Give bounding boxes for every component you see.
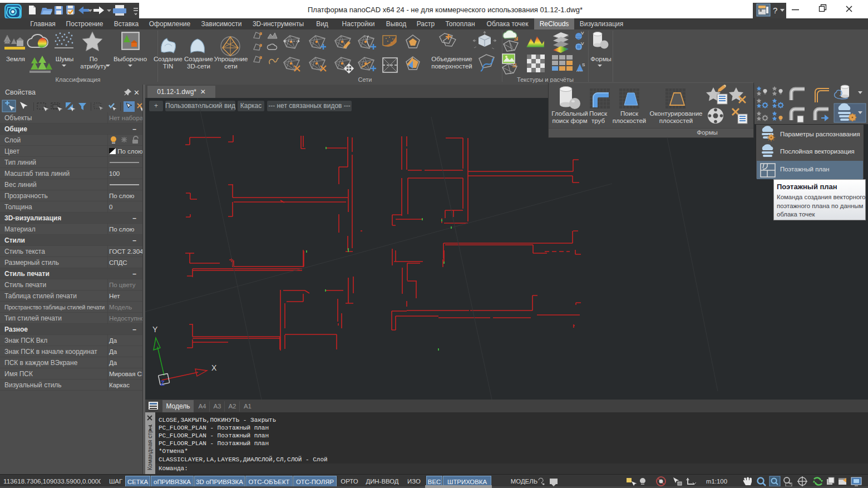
svg-text:V: V	[581, 41, 584, 46]
svg-text:V: V	[581, 31, 584, 36]
svg-text:S: S	[582, 62, 585, 67]
svg-text:?: ?	[773, 6, 777, 15]
svg-text:Z: Z	[160, 379, 165, 387]
svg-text:Y: Y	[152, 325, 158, 334]
svg-text:X: X	[211, 363, 217, 372]
